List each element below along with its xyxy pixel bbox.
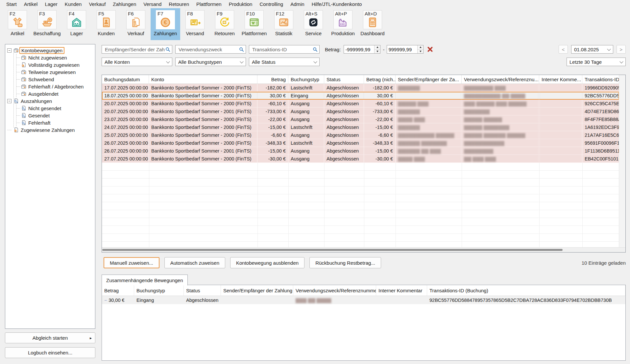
column-header-sender[interactable]: Sender/Empfänger der Za... bbox=[396, 75, 462, 84]
spin-up-button[interactable] bbox=[418, 45, 423, 49]
toolbar-item-kunden[interactable]: F5Kunden bbox=[91, 8, 121, 40]
manuell-zuweisen-button[interactable]: Manuell zuweisen... bbox=[104, 257, 159, 268]
horizontal-scrollbar-thumb[interactable] bbox=[102, 249, 563, 251]
rel-column-status[interactable]: Status bbox=[184, 285, 221, 296]
betrag-min-spinner[interactable] bbox=[374, 45, 380, 53]
betrag-max-input[interactable] bbox=[387, 45, 417, 53]
menu-item-retouren[interactable]: Retouren bbox=[165, 1, 193, 7]
toolbar-item-lager[interactable]: F4Lager bbox=[62, 8, 91, 40]
betrag-max-field[interactable] bbox=[387, 45, 424, 54]
rueckbuchung-restbetrag-button[interactable]: Rückbuchung Restbetrag... bbox=[309, 257, 381, 268]
tree-node-nicht-gesendet[interactable]: Nicht gesendet bbox=[16, 105, 95, 112]
tree-node-vollstaendig-zugewiesen[interactable]: Vollständig zugewiesen bbox=[16, 61, 95, 68]
table-row[interactable]: 20.07.2025 00:00:00Bankkonto Sportbedarf… bbox=[102, 100, 619, 108]
column-header-betrag[interactable]: Betrag bbox=[257, 75, 288, 84]
konten-select[interactable]: Alle Konten bbox=[102, 58, 172, 66]
rel-column-verwendungszweck[interactable]: Verwendungszweck/Referenznummer bbox=[293, 285, 376, 296]
spin-up-button[interactable] bbox=[375, 45, 380, 49]
related-table-row[interactable]: −30,00 € Eingang Abgeschlossen ▇▇▇ ▇▇ ▇▇… bbox=[102, 296, 625, 304]
sender-search-input[interactable] bbox=[104, 46, 165, 53]
rel-column-buchungstyp[interactable]: Buchungstyp bbox=[134, 285, 184, 296]
tree-node-zugewiesene-zahlungen[interactable]: Zugewiesene Zahlungen bbox=[5, 126, 95, 133]
menu-item-lager[interactable]: Lager bbox=[41, 1, 61, 7]
rel-column-betrag[interactable]: Betrag bbox=[102, 285, 134, 296]
menu-item-artikel[interactable]: Artikel bbox=[20, 1, 41, 7]
table-row[interactable]: 27.07.2025 00:00:00Bankkonto Sportbedarf… bbox=[102, 155, 619, 163]
logbuch-einsehen-button[interactable]: Logbuch einsehen... bbox=[5, 347, 95, 358]
kontobewegung-ausblenden-button[interactable]: Kontobewegung ausblenden bbox=[230, 257, 304, 268]
prev-date-button[interactable]: < bbox=[559, 45, 568, 54]
tree-node-teilweise-zugewiesen[interactable]: Teilweise zugewiesen bbox=[16, 68, 95, 76]
abgleich-starten-button[interactable]: Abgleich starten ▸ bbox=[5, 332, 95, 343]
menu-item-plattformen[interactable]: Plattformen bbox=[193, 1, 225, 7]
rel-column-transaktionsid[interactable]: Transaktions-ID (Buchung) bbox=[427, 285, 625, 296]
menu-item-verkauf[interactable]: Verkauf bbox=[85, 1, 109, 7]
tree-node-kontobewegungen[interactable]: − Kontobewegungen bbox=[5, 47, 95, 54]
menu-item-controlling[interactable]: Controlling bbox=[256, 1, 287, 7]
transaktionsid-search-field[interactable] bbox=[249, 45, 320, 54]
toolbar-item-dashboard[interactable]: Alt+DDashboard bbox=[358, 8, 387, 40]
toolbar-item-beschaffung[interactable]: F3Beschaffung bbox=[32, 8, 62, 40]
column-header-buchungsdatum[interactable]: ˆBuchungsdatum bbox=[102, 75, 149, 84]
sender-search-field[interactable] bbox=[102, 45, 172, 54]
table-row-selected[interactable]: 18.07.2025 00:00:00Bankkonto Sportbedarf… bbox=[102, 92, 619, 100]
menu-item-start[interactable]: Start bbox=[3, 1, 20, 7]
column-header-status[interactable]: Status bbox=[324, 75, 364, 84]
tree-collapse-icon[interactable]: − bbox=[7, 48, 12, 53]
zweck-search-field[interactable] bbox=[175, 45, 246, 54]
toolbar-item-versand[interactable]: F8Versand bbox=[180, 8, 210, 40]
toolbar-item-plattformen[interactable]: F10Plattformen bbox=[239, 8, 269, 40]
toolbar-item-artikel[interactable]: F2Artikel bbox=[3, 8, 32, 40]
toolbar-item-zahlungen-selected[interactable]: F7Zahlungen bbox=[151, 8, 180, 40]
menu-item-versand[interactable]: Versand bbox=[140, 1, 165, 7]
column-header-buchungstyp[interactable]: Buchungstyp bbox=[288, 75, 324, 84]
next-date-button[interactable]: > bbox=[617, 45, 626, 54]
tree-node-gesendet[interactable]: Gesendet bbox=[16, 112, 95, 119]
menu-item-produktion[interactable]: Produktion bbox=[225, 1, 256, 7]
buchungstypen-select[interactable]: Alle Buchungstypen bbox=[175, 58, 246, 66]
column-header-transaktionsid[interactable]: Transaktions-ID (Bu... bbox=[582, 75, 619, 84]
column-header-verwendungszweck[interactable]: Verwendungszweck/Referenznu... bbox=[462, 75, 539, 84]
toolbar-item-retouren[interactable]: F9Retouren bbox=[210, 8, 239, 40]
table-row[interactable]: 23.07.2025 00:00:00Bankkonto Sportbedarf… bbox=[102, 115, 619, 123]
clear-filter-button[interactable] bbox=[426, 46, 434, 53]
horizontal-scrollbar[interactable] bbox=[102, 247, 625, 252]
automatisch-zuweisen-button[interactable]: Automatisch zuweisen bbox=[164, 257, 225, 268]
toolbar-item-statistik[interactable]: F12Statistik bbox=[269, 8, 299, 40]
table-row[interactable]: 26.07.2025 00:00:00Bankkonto Sportbedarf… bbox=[102, 147, 619, 155]
tree-node-nicht-zugewiesen[interactable]: Nicht zugewiesen bbox=[16, 54, 95, 61]
toolbar-item-verkauf[interactable]: F6Verkauf bbox=[121, 8, 151, 40]
tree-collapse-icon[interactable]: − bbox=[7, 99, 12, 103]
table-row[interactable]: 17.07.2025 00:00:00Bankkonto Sportbedarf… bbox=[102, 84, 619, 92]
tab-zusammenhaengende-bewegungen[interactable]: Zusammenhängende Bewegungen bbox=[102, 275, 188, 285]
status-select[interactable]: Alle Status bbox=[249, 58, 320, 66]
spin-down-button[interactable] bbox=[418, 49, 423, 54]
table-row[interactable]: 26.07.2025 00:00:00Bankkonto Sportbedarf… bbox=[102, 139, 619, 147]
table-row[interactable]: 25.07.2025 00:00:00Bankkonto Sportbedarf… bbox=[102, 131, 619, 139]
betrag-max-spinner[interactable] bbox=[417, 45, 423, 53]
column-header-betrag-nicht[interactable]: Betrag (nich... bbox=[364, 75, 396, 84]
zweck-search-input[interactable] bbox=[178, 46, 239, 53]
tree-node-fehlerhaft[interactable]: Fehlerhaft bbox=[16, 119, 95, 126]
column-header-kommentar[interactable]: Interner Komme... bbox=[539, 75, 582, 84]
vertical-scrollbar[interactable] bbox=[619, 75, 625, 248]
menu-item-zahlungen[interactable]: Zahlungen bbox=[109, 1, 140, 7]
spin-down-button[interactable] bbox=[375, 49, 380, 54]
toolbar-item-produktion[interactable]: Alt+PProduktion bbox=[328, 8, 358, 40]
toolbar-item-service[interactable]: Alt+SService bbox=[299, 8, 328, 40]
betrag-min-input[interactable] bbox=[344, 45, 374, 53]
rel-column-kommentar[interactable]: Interner Kommentar bbox=[376, 285, 427, 296]
tree-node-ausgeblendet[interactable]: Ausgeblendet bbox=[16, 90, 95, 97]
tree-node-auszahlungen[interactable]: − Auszahlungen bbox=[5, 97, 95, 105]
menu-item-kunden[interactable]: Kunden bbox=[61, 1, 85, 7]
date-range-select[interactable]: Letzte 30 Tage bbox=[567, 58, 626, 66]
menu-item-admin[interactable]: Admin bbox=[287, 1, 308, 7]
menu-item-hilfe[interactable]: Hilfe/JTL-Kundenkonto bbox=[308, 1, 366, 7]
tree-node-schwebend[interactable]: Schwebend bbox=[16, 76, 95, 83]
date-select[interactable]: 01.08.2025 bbox=[571, 45, 613, 54]
betrag-min-field[interactable] bbox=[344, 45, 380, 54]
transaktionsid-search-input[interactable] bbox=[252, 46, 313, 53]
collapse-icon[interactable]: − bbox=[104, 298, 107, 303]
tree-node-fehlerhaft-abgebrochen[interactable]: Fehlerhaft / Abgebrochen bbox=[16, 83, 95, 90]
table-row[interactable]: 20.07.2025 00:00:00Bankkonto Sportbedarf… bbox=[102, 108, 619, 115]
